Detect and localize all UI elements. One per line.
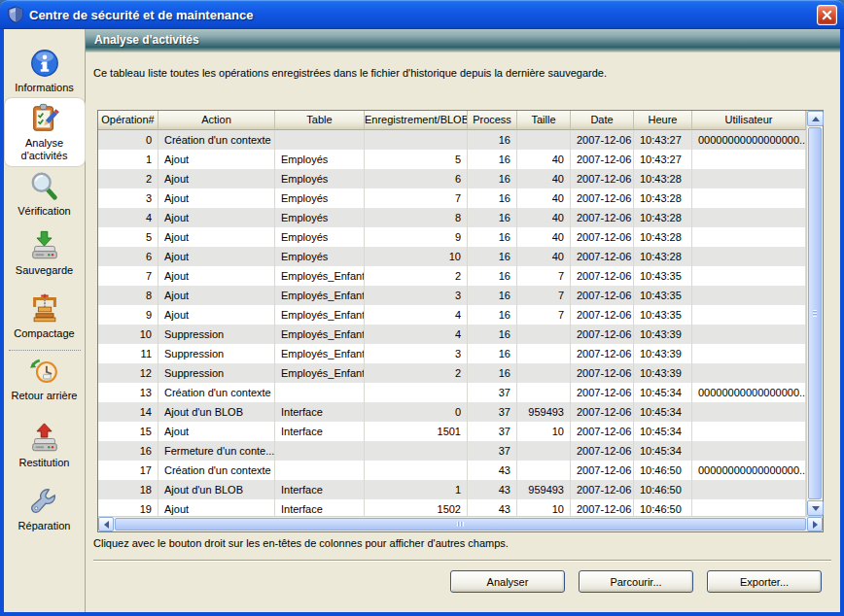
scroll-up-button[interactable] — [807, 111, 824, 126]
cell-date: 2007-12-06 — [571, 402, 634, 422]
cell-process: 16 — [468, 305, 517, 325]
column-header-action[interactable]: Action — [158, 111, 275, 130]
rollback-icon — [28, 355, 61, 388]
table-row[interactable]: 13Création d'un contexte372007-12-0610:4… — [98, 383, 806, 402]
table-row[interactable]: 9AjoutEmployés_Enfants41672007-12-0610:4… — [98, 305, 806, 325]
close-icon — [822, 10, 832, 20]
activity-analysis-icon — [28, 102, 61, 135]
table-grid: Opération#ActionTableEnregistrement/BLOB… — [98, 111, 806, 516]
table-row[interactable]: 7AjoutEmployés_Enfants21672007-12-0610:4… — [98, 266, 806, 286]
vertical-scroll-thumb[interactable] — [808, 127, 822, 499]
sidebar-item-compactage[interactable]: Compactage — [5, 289, 85, 344]
table-row[interactable]: 19AjoutInterface150243102007-12-0610:46:… — [98, 499, 806, 516]
cell-action: Ajout — [158, 286, 275, 305]
cell-operation: 1 — [98, 150, 158, 169]
cell-date: 2007-12-06 — [571, 286, 634, 305]
cell-record-blob: 1502 — [365, 499, 468, 516]
table-row[interactable]: 10SuppressionEmployés_Enfants4162007-12-… — [98, 325, 806, 344]
sidebar-item-retour-arriere[interactable]: Retour arrière — [5, 351, 85, 406]
table-row[interactable]: 3AjoutEmployés716402007-12-0610:43:28 — [98, 188, 806, 208]
cell-action: Ajout — [158, 305, 275, 325]
vertical-scrollbar[interactable] — [806, 111, 823, 516]
exporter-button[interactable]: Exporter... — [707, 570, 822, 593]
table-row[interactable]: 0Création d'un contexte162007-12-0610:43… — [98, 130, 806, 150]
scroll-down-button[interactable] — [807, 500, 824, 516]
analyser-button[interactable]: Analyser — [450, 570, 565, 593]
cell-user — [692, 150, 806, 169]
cell-user — [692, 499, 806, 516]
table-row[interactable]: 15AjoutInterface150137102007-12-0610:45:… — [98, 422, 806, 441]
cell-record-blob — [365, 441, 468, 461]
column-header-record-blob[interactable]: Enregistrement/BLOB — [365, 111, 468, 130]
horizontal-scroll-thumb[interactable] — [115, 518, 806, 530]
table-row[interactable]: 11SuppressionEmployés_Enfants3162007-12-… — [98, 344, 806, 363]
cell-record-blob: 4 — [365, 325, 468, 344]
table-row[interactable]: 8AjoutEmployés_Enfants31672007-12-0610:4… — [98, 286, 806, 305]
sidebar-item-label: Réparation — [18, 520, 71, 532]
sidebar-item-reparation[interactable]: Réparation — [5, 481, 85, 536]
table-row[interactable]: 5AjoutEmployés916402007-12-0610:43:28 — [98, 227, 806, 247]
cell-record-blob: 9 — [365, 227, 468, 247]
cell-size — [517, 383, 571, 402]
cell-table: Interface — [275, 480, 365, 499]
cell-operation: 16 — [98, 441, 158, 461]
column-header-process[interactable]: Process — [468, 111, 517, 130]
cell-time: 10:46:50 — [634, 461, 692, 480]
cell-record-blob: 0 — [365, 402, 468, 422]
hint-text: Cliquez avec le bouton droit sur les en-… — [93, 537, 509, 549]
cell-process: 16 — [468, 130, 517, 150]
cell-operation: 18 — [98, 480, 158, 499]
cell-table: Employés_Enfants — [275, 266, 365, 286]
table-row[interactable]: 17Création d'un contexte432007-12-0610:4… — [98, 461, 806, 480]
cell-table: Employés_Enfants — [275, 344, 365, 363]
table-row[interactable]: 18Ajout d'un BLOBInterface1439594932007-… — [98, 480, 806, 499]
cell-record-blob: 3 — [365, 286, 468, 305]
table-body: 0Création d'un contexte162007-12-0610:43… — [98, 130, 806, 516]
cell-table: Employés — [275, 188, 365, 208]
cell-size — [517, 130, 571, 150]
column-header-table[interactable]: Table — [275, 111, 365, 130]
column-header-operation[interactable]: Opération# — [98, 111, 158, 130]
table-row[interactable]: 12SuppressionEmployés_Enfants2162007-12-… — [98, 363, 806, 383]
sidebar-item-verification[interactable]: Vérification — [5, 166, 85, 222]
column-header-time[interactable]: Heure — [634, 111, 692, 130]
cell-date: 2007-12-06 — [571, 480, 634, 499]
titlebar[interactable]: Centre de sécurité et de maintenance — [0, 0, 844, 29]
cell-user — [692, 325, 806, 344]
cell-table: Employés_Enfants — [275, 363, 365, 383]
table-row[interactable]: 16Fermeture d'un conte...372007-12-0610:… — [98, 441, 806, 461]
cell-process: 16 — [468, 208, 517, 227]
sidebar-item-informations[interactable]: Informations — [5, 43, 85, 98]
sidebar-item-label: Retour arrière — [12, 390, 78, 402]
table-row[interactable]: 1AjoutEmployés516402007-12-0610:43:27 — [98, 150, 806, 169]
table-row[interactable]: 6AjoutEmployés1016402007-12-0610:43:28 — [98, 247, 806, 266]
cell-record-blob: 10 — [365, 247, 468, 266]
cell-table: Employés — [275, 150, 365, 169]
cell-user — [692, 188, 806, 208]
close-button[interactable] — [817, 5, 837, 25]
sidebar-item-analyse-activites[interactable]: Analyse d'activités — [5, 98, 85, 166]
sidebar-item-restitution[interactable]: Restitution — [5, 418, 85, 473]
cell-time: 10:43:28 — [634, 208, 692, 227]
horizontal-scrollbar[interactable] — [98, 516, 823, 531]
cell-action: Ajout — [158, 266, 275, 286]
cell-operation: 13 — [98, 383, 158, 402]
table-row[interactable]: 4AjoutEmployés816402007-12-0610:43:28 — [98, 208, 806, 227]
sidebar-item-label: Vérification — [18, 205, 70, 218]
table-row[interactable]: 2AjoutEmployés616402007-12-0610:43:28 — [98, 169, 806, 188]
column-header-user[interactable]: Utilisateur — [692, 111, 806, 130]
cell-record-blob: 2 — [365, 363, 468, 383]
cell-action: Ajout — [158, 247, 275, 266]
cell-record-blob: 5 — [365, 150, 468, 169]
cell-time: 10:43:28 — [634, 188, 692, 208]
scroll-right-button[interactable] — [807, 517, 823, 531]
scroll-left-button[interactable] — [98, 517, 114, 531]
cell-user — [692, 266, 806, 286]
column-header-size[interactable]: Taille — [517, 111, 571, 130]
table-row[interactable]: 14Ajout d'un BLOBInterface0379594932007-… — [98, 402, 806, 422]
cell-size: 40 — [517, 150, 571, 169]
verification-icon — [28, 170, 61, 203]
column-header-date[interactable]: Date — [571, 111, 634, 130]
parcourir-button[interactable]: Parcourir... — [579, 570, 693, 593]
sidebar-item-sauvegarde[interactable]: Sauvegarde — [5, 225, 85, 281]
